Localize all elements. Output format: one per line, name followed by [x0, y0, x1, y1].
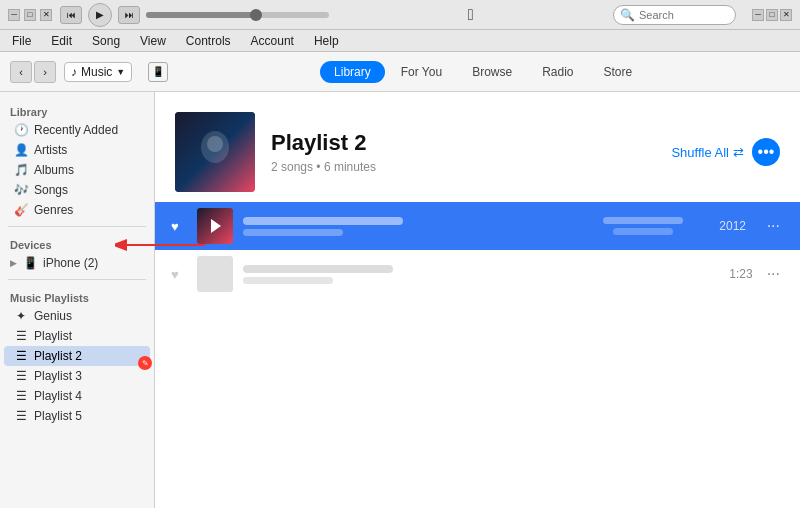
- track-year: 2012: [713, 219, 753, 233]
- more-options-button[interactable]: •••: [752, 138, 780, 166]
- play-button[interactable]: ▶: [88, 3, 112, 27]
- sidebar-item-songs[interactable]: 🎶 Songs: [4, 180, 150, 200]
- tab-library[interactable]: Library: [320, 61, 385, 83]
- iphone-icon: 📱: [23, 256, 37, 270]
- playlists-section-title: Music Playlists: [0, 286, 154, 306]
- tab-for-you[interactable]: For You: [387, 61, 456, 83]
- playlist3-label: Playlist 3: [34, 369, 82, 383]
- playlist-label: Playlist: [34, 329, 72, 343]
- playlist5-icon: ☰: [14, 409, 28, 423]
- menu-account[interactable]: Account: [247, 32, 298, 50]
- songs-label: Songs: [34, 183, 68, 197]
- heart-icon[interactable]: ♥: [171, 267, 187, 282]
- title-bar: ─ □ ✕ ⏮ ▶ ⏭  🔍 ─ □ ✕: [0, 0, 800, 30]
- track-info: [243, 217, 573, 236]
- table-row[interactable]: ♥ 2012 ···: [155, 202, 800, 250]
- sidebar: Library 🕐 Recently Added 👤 Artists 🎵 Alb…: [0, 92, 155, 508]
- music-note-icon: ♪: [71, 65, 77, 79]
- playlist5-label: Playlist 5: [34, 409, 82, 423]
- sidebar-item-albums[interactable]: 🎵 Albums: [4, 160, 150, 180]
- devices-section-title: Devices: [0, 233, 154, 253]
- sidebar-item-artists[interactable]: 👤 Artists: [4, 140, 150, 160]
- playback-controls: ⏮ ▶ ⏭: [60, 3, 329, 27]
- genius-icon: ✦: [14, 309, 28, 323]
- playlist3-icon: ☰: [14, 369, 28, 383]
- close-button[interactable]: ✕: [40, 9, 52, 21]
- playlist-meta: 2 songs • 6 minutes: [271, 160, 655, 174]
- menu-song[interactable]: Song: [88, 32, 124, 50]
- track-meta: [583, 215, 703, 237]
- albums-icon: 🎵: [14, 163, 28, 177]
- os-close-button[interactable]: ✕: [780, 9, 792, 21]
- sidebar-item-playlist[interactable]: ☰ Playlist: [4, 326, 150, 346]
- progress-bar[interactable]: [146, 12, 329, 18]
- progress-fill: [146, 12, 256, 18]
- menu-file[interactable]: File: [8, 32, 35, 50]
- menu-help[interactable]: Help: [310, 32, 343, 50]
- track-artist: [243, 229, 573, 236]
- sidebar-item-playlist5[interactable]: ☰ Playlist 5: [4, 406, 150, 426]
- menu-controls[interactable]: Controls: [182, 32, 235, 50]
- svg-point-2: [207, 136, 223, 152]
- sidebar-item-recently-added[interactable]: 🕐 Recently Added: [4, 120, 150, 140]
- genres-label: Genres: [34, 203, 73, 217]
- heart-icon[interactable]: ♥: [171, 219, 187, 234]
- track-name: [243, 217, 573, 225]
- maximize-button[interactable]: □: [24, 9, 36, 21]
- table-row[interactable]: ♥ 1:23 ···: [155, 250, 800, 298]
- songs-icon: 🎶: [14, 183, 28, 197]
- sidebar-item-playlist2[interactable]: ☰ Playlist 2 ✎: [4, 346, 150, 366]
- forward-button[interactable]: ›: [34, 61, 56, 83]
- sidebar-item-genres[interactable]: 🎸 Genres: [4, 200, 150, 220]
- sidebar-item-playlist4[interactable]: ☰ Playlist 4: [4, 386, 150, 406]
- track-list: ♥ 2012 ···: [155, 202, 800, 308]
- fast-forward-button[interactable]: ⏭: [118, 6, 140, 24]
- back-button[interactable]: ‹: [10, 61, 32, 83]
- track-options-button[interactable]: ···: [763, 217, 784, 235]
- apple-logo: : [337, 6, 606, 24]
- track-thumbnail: [197, 208, 233, 244]
- menu-view[interactable]: View: [136, 32, 170, 50]
- device-icon[interactable]: 📱: [148, 62, 168, 82]
- content-area: Playlist 2 2 songs • 6 minutes Shuffle A…: [155, 92, 800, 508]
- playlist-title: Playlist 2: [271, 130, 655, 156]
- track-info: [243, 265, 573, 284]
- albums-label: Albums: [34, 163, 74, 177]
- track-options-button[interactable]: ···: [763, 265, 784, 283]
- shuffle-button[interactable]: Shuffle All ⇄: [671, 145, 744, 160]
- playlist4-label: Playlist 4: [34, 389, 82, 403]
- playlist-art: [175, 112, 255, 192]
- tab-store[interactable]: Store: [590, 61, 647, 83]
- now-playing-icon: [211, 219, 221, 233]
- music-selector[interactable]: ♪ Music ▼: [64, 62, 132, 82]
- sidebar-item-playlist3[interactable]: ☰ Playlist 3: [4, 366, 150, 386]
- more-dots-icon: •••: [758, 143, 775, 161]
- track-name: [243, 265, 573, 273]
- track-duration: 1:23: [713, 267, 753, 281]
- tab-radio[interactable]: Radio: [528, 61, 587, 83]
- sidebar-divider-2: [8, 279, 146, 280]
- os-minimize-button[interactable]: ─: [752, 9, 764, 21]
- sidebar-item-genius[interactable]: ✦ Genius: [4, 306, 150, 326]
- search-box[interactable]: 🔍: [613, 5, 736, 25]
- minimize-button[interactable]: ─: [8, 9, 20, 21]
- recently-added-icon: 🕐: [14, 123, 28, 137]
- shuffle-icon: ⇄: [733, 145, 744, 160]
- playlist-actions: Shuffle All ⇄ •••: [671, 138, 780, 166]
- menu-bar: File Edit Song View Controls Account Hel…: [0, 30, 800, 52]
- search-input[interactable]: [639, 9, 729, 21]
- nav-tabs: Library For You Browse Radio Store: [176, 61, 790, 83]
- sidebar-divider-1: [8, 226, 146, 227]
- progress-thumb: [250, 9, 262, 21]
- rewind-button[interactable]: ⏮: [60, 6, 82, 24]
- os-maximize-button[interactable]: □: [766, 9, 778, 21]
- artists-icon: 👤: [14, 143, 28, 157]
- menu-edit[interactable]: Edit: [47, 32, 76, 50]
- main-layout: Library 🕐 Recently Added 👤 Artists 🎵 Alb…: [0, 92, 800, 508]
- window-controls: ─ □ ✕: [8, 9, 52, 21]
- artists-label: Artists: [34, 143, 67, 157]
- playlist4-icon: ☰: [14, 389, 28, 403]
- sidebar-item-iphone[interactable]: ▶ 📱 iPhone (2): [0, 253, 154, 273]
- tab-browse[interactable]: Browse: [458, 61, 526, 83]
- shuffle-label: Shuffle All: [671, 145, 729, 160]
